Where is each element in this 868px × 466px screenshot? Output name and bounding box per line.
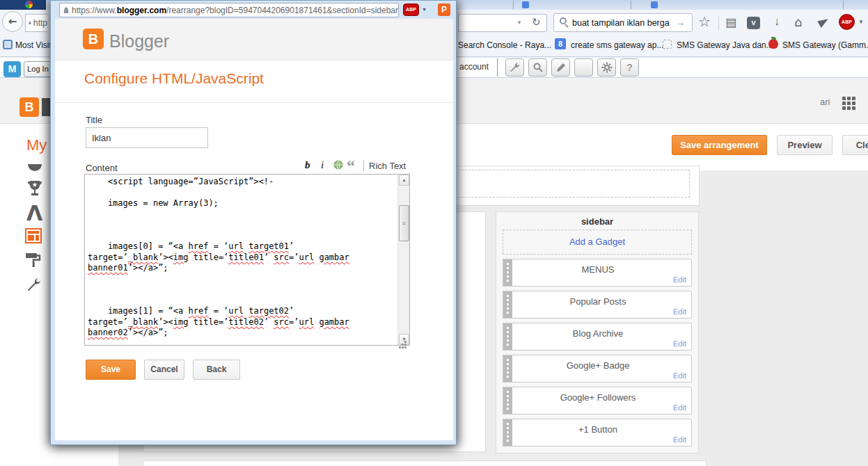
search-go-icon[interactable]: →	[675, 17, 685, 28]
tab-favicon-icon[interactable]	[651, 1, 658, 8]
scroll-up-icon[interactable]: ▲	[399, 175, 409, 186]
drag-handle-icon[interactable]	[503, 323, 512, 350]
bookmark-item[interactable]: Search Console - Raya...	[458, 40, 551, 50]
content-editor[interactable]: <script language=”JavaScript”><!- images…	[84, 174, 410, 346]
bookmark-item[interactable]: create sms gateway ap...	[571, 40, 663, 50]
title-input[interactable]	[86, 127, 208, 148]
add-gadget-link[interactable]: Add a Gadget	[503, 236, 692, 247]
trophy-icon[interactable]	[26, 179, 43, 202]
clear-button[interactable]: Clear	[842, 135, 868, 155]
titlebar-corner	[0, 0, 46, 10]
reload-icon[interactable]: ↻	[532, 16, 541, 29]
berry-favicon-leaf	[771, 37, 776, 40]
adblock-caret-icon[interactable]: ▼	[422, 7, 427, 12]
preview-button[interactable]: Preview	[777, 135, 833, 155]
url-text-fragment: http	[33, 18, 47, 28]
bookmark-item[interactable]: SMS Gateway (Gamm...	[782, 40, 868, 50]
layout-icon[interactable]	[25, 228, 42, 246]
my-blogs-title-partial: My	[26, 136, 47, 154]
bookmark-item[interactable]: SMS Gateway Java dan...	[677, 40, 773, 50]
tab-separator	[843, 1, 844, 9]
resize-grip-icon[interactable]	[404, 341, 407, 343]
user-name[interactable]: ari	[820, 97, 830, 107]
drag-handle-icon[interactable]	[503, 387, 512, 414]
paint-roller-icon[interactable]	[25, 252, 42, 271]
save-arrangement-button[interactable]: Save arrangement	[672, 135, 767, 155]
drag-handle-dots	[507, 263, 509, 265]
default-favicon-icon[interactable]	[663, 40, 672, 49]
popup-url-bar[interactable]: https://www.blogger.com/rearrange?blogID…	[59, 3, 399, 17]
drag-handle-icon[interactable]	[503, 355, 512, 382]
pocket-icon[interactable]: v	[747, 17, 760, 29]
gadget-row[interactable]: Google+ Badge Edit	[503, 355, 692, 383]
gear-tool-button[interactable]	[597, 58, 616, 77]
login-button[interactable]: Log In	[24, 61, 52, 77]
berry-favicon-icon[interactable]	[768, 39, 778, 49]
gear-icon	[601, 62, 613, 73]
adblock-caret-icon[interactable]: ▼	[858, 19, 864, 25]
m-badge-icon[interactable]: M	[3, 61, 21, 77]
bold-button[interactable]: b	[305, 159, 310, 171]
popup-url-text: https://www.blogger.com/rearrange?blogID…	[72, 6, 398, 15]
divider	[55, 102, 453, 103]
library-icon[interactable]: ▤	[725, 15, 736, 29]
gadget-edit-link[interactable]: Edit	[673, 403, 686, 412]
orange-extension-icon[interactable]: P	[438, 3, 450, 16]
italic-button[interactable]: i	[321, 159, 324, 171]
wrench-icon[interactable]	[26, 277, 42, 294]
cancel-button[interactable]: Cancel	[144, 360, 184, 380]
pencil-tool-button[interactable]	[551, 58, 570, 77]
gadget-edit-link[interactable]: Edit	[673, 371, 686, 380]
back-button[interactable]: Back	[193, 360, 240, 380]
gadget-row[interactable]: Popular Posts Edit	[503, 291, 692, 319]
blogger-logo-icon: B	[83, 29, 104, 49]
blogger-logo-icon[interactable]: B	[19, 97, 39, 117]
gadget-row[interactable]: Google+ Followers Edit	[503, 387, 692, 415]
pinwheel-favicon-icon	[25, 1, 33, 8]
back-button[interactable]: ←	[2, 11, 23, 32]
most-visited-icon[interactable]	[3, 40, 13, 49]
gadget-edit-link[interactable]: Edit	[673, 307, 686, 316]
drag-handle-icon[interactable]	[503, 259, 512, 286]
magnifier-tool-button[interactable]	[528, 58, 547, 77]
link-globe-icon[interactable]	[333, 160, 343, 172]
account-text: account	[459, 62, 489, 72]
gadget-row[interactable]: +1 Button Edit	[503, 419, 692, 447]
scrollbar-thumb[interactable]: ≡	[399, 205, 409, 241]
drag-handle-dots	[507, 359, 509, 361]
gadget-row[interactable]: Blog Archive Edit	[503, 323, 692, 351]
bookmark-item[interactable]: Most Visit	[15, 40, 52, 50]
google-favicon-icon[interactable]: 8	[555, 38, 566, 49]
home-icon[interactable]: ⌂	[794, 15, 802, 29]
save-button[interactable]: Save	[86, 360, 136, 380]
gadget-edit-link[interactable]: Edit	[673, 435, 686, 444]
wrench-icon	[510, 62, 521, 73]
adblock-icon[interactable]: ABP	[403, 3, 419, 16]
gadget-edit-link[interactable]: Edit	[673, 275, 686, 284]
apps-grid-icon[interactable]	[842, 97, 846, 100]
search-input[interactable]	[572, 15, 670, 30]
adblock-icon[interactable]: ABP	[839, 14, 855, 30]
url-bar[interactable]: http	[25, 14, 47, 32]
tab-favicon-icon[interactable]	[522, 1, 529, 8]
drag-handle-icon[interactable]	[503, 291, 512, 318]
wrench-tool-button[interactable]	[505, 58, 524, 77]
blank-tool-button[interactable]	[574, 58, 593, 77]
downloads-icon[interactable]: ↓	[774, 15, 780, 28]
scrollbar[interactable]: ▲ ≡ ▼	[397, 175, 409, 345]
quote-button[interactable]: “	[347, 161, 355, 170]
blogger-brand-text: Blogger	[109, 31, 169, 51]
help-tool-button[interactable]: ?	[620, 58, 639, 77]
chart-icon[interactable]: Λ	[26, 203, 41, 224]
code-text[interactable]: <script language=”JavaScript”><!- images…	[88, 177, 396, 343]
content-label: Content	[86, 163, 118, 173]
lock-icon	[63, 6, 69, 15]
rich-text-link[interactable]: Rich Text	[369, 161, 406, 171]
bookmark-star-icon[interactable]: ☆	[698, 13, 711, 30]
scroll-down-icon[interactable]: ▼	[399, 334, 409, 345]
gadget-title: Popular Posts	[512, 296, 684, 307]
gadget-row[interactable]: MENUS Edit	[503, 259, 692, 287]
drag-handle-icon[interactable]	[503, 419, 512, 446]
url-dropdown-caret-icon[interactable]: ▼	[516, 19, 522, 26]
gadget-edit-link[interactable]: Edit	[673, 339, 686, 348]
